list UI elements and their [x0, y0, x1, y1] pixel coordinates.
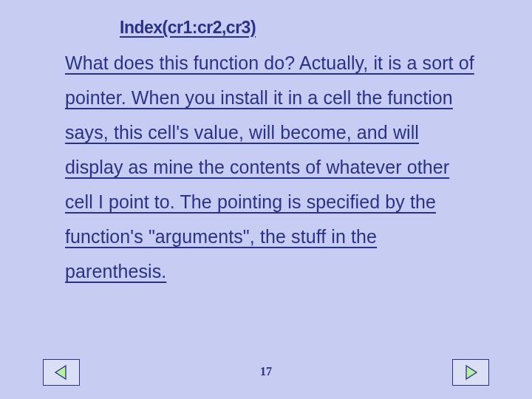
next-slide-button[interactable]	[452, 359, 489, 386]
triangle-right-icon	[463, 364, 479, 381]
previous-slide-button[interactable]	[43, 359, 80, 386]
svg-marker-0	[55, 366, 66, 379]
slide-title: Index(cr1:cr2,cr3)	[120, 18, 256, 38]
svg-marker-1	[466, 366, 477, 379]
slide: Index(cr1:cr2,cr3) What does this functi…	[0, 0, 532, 399]
slide-body-text: What does this function do? Actually, it…	[65, 46, 479, 289]
triangle-left-icon	[53, 364, 69, 381]
